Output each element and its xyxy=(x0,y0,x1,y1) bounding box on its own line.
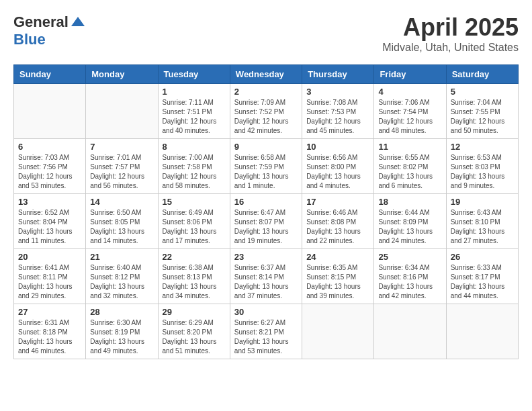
calendar-cell: 19Sunrise: 6:43 AM Sunset: 8:10 PM Dayli… xyxy=(446,194,518,249)
day-number: 13 xyxy=(18,197,81,207)
calendar-cell: 6Sunrise: 7:03 AM Sunset: 7:56 PM Daylig… xyxy=(14,139,86,194)
calendar-cell: 13Sunrise: 6:52 AM Sunset: 8:04 PM Dayli… xyxy=(14,194,86,249)
day-info: Sunrise: 6:33 AM Sunset: 8:17 PM Dayligh… xyxy=(451,263,514,301)
calendar-cell: 14Sunrise: 6:50 AM Sunset: 8:05 PM Dayli… xyxy=(86,194,158,249)
calendar-cell: 16Sunrise: 6:47 AM Sunset: 8:07 PM Dayli… xyxy=(230,194,302,249)
day-number: 18 xyxy=(378,197,441,207)
calendar-week-row: 13Sunrise: 6:52 AM Sunset: 8:04 PM Dayli… xyxy=(14,194,519,249)
day-number: 1 xyxy=(163,87,226,97)
calendar-cell xyxy=(374,304,446,359)
day-number: 24 xyxy=(306,252,369,262)
day-info: Sunrise: 6:41 AM Sunset: 8:11 PM Dayligh… xyxy=(18,263,81,301)
calendar-cell: 18Sunrise: 6:44 AM Sunset: 8:09 PM Dayli… xyxy=(374,194,446,249)
day-number: 10 xyxy=(306,142,369,152)
calendar-cell: 10Sunrise: 6:56 AM Sunset: 8:00 PM Dayli… xyxy=(302,139,374,194)
calendar-week-row: 27Sunrise: 6:31 AM Sunset: 8:18 PM Dayli… xyxy=(14,304,519,359)
day-info: Sunrise: 6:55 AM Sunset: 8:02 PM Dayligh… xyxy=(378,153,441,191)
calendar-cell: 21Sunrise: 6:40 AM Sunset: 8:12 PM Dayli… xyxy=(86,249,158,304)
day-info: Sunrise: 6:38 AM Sunset: 8:13 PM Dayligh… xyxy=(163,263,226,301)
day-info: Sunrise: 6:37 AM Sunset: 8:14 PM Dayligh… xyxy=(234,263,298,301)
weekday-header-monday: Monday xyxy=(86,65,158,84)
day-info: Sunrise: 7:01 AM Sunset: 7:57 PM Dayligh… xyxy=(90,153,153,191)
title-block: April 2025 Midvale, Utah, United States xyxy=(382,13,519,54)
calendar-cell xyxy=(446,304,518,359)
calendar-cell: 17Sunrise: 6:46 AM Sunset: 8:08 PM Dayli… xyxy=(302,194,374,249)
day-number: 30 xyxy=(234,307,298,317)
calendar-cell: 26Sunrise: 6:33 AM Sunset: 8:17 PM Dayli… xyxy=(446,249,518,304)
calendar-cell: 23Sunrise: 6:37 AM Sunset: 8:14 PM Dayli… xyxy=(230,249,302,304)
day-number: 6 xyxy=(18,142,81,152)
location-subtitle: Midvale, Utah, United States xyxy=(382,42,519,54)
calendar-cell: 22Sunrise: 6:38 AM Sunset: 8:13 PM Dayli… xyxy=(158,249,230,304)
day-info: Sunrise: 7:04 AM Sunset: 7:55 PM Dayligh… xyxy=(451,98,514,136)
day-number: 2 xyxy=(234,87,298,97)
day-info: Sunrise: 6:50 AM Sunset: 8:05 PM Dayligh… xyxy=(90,208,153,246)
day-number: 25 xyxy=(378,252,441,262)
day-info: Sunrise: 6:49 AM Sunset: 8:06 PM Dayligh… xyxy=(163,208,226,246)
calendar-cell xyxy=(14,84,86,139)
calendar-cell: 2Sunrise: 7:09 AM Sunset: 7:52 PM Daylig… xyxy=(230,84,302,139)
calendar-table: SundayMondayTuesdayWednesdayThursdayFrid… xyxy=(13,64,519,359)
day-number: 5 xyxy=(451,87,514,97)
day-info: Sunrise: 6:44 AM Sunset: 8:09 PM Dayligh… xyxy=(378,208,441,246)
day-info: Sunrise: 6:31 AM Sunset: 8:18 PM Dayligh… xyxy=(18,318,81,356)
day-number: 28 xyxy=(90,307,153,317)
calendar-cell: 1Sunrise: 7:11 AM Sunset: 7:51 PM Daylig… xyxy=(158,84,230,139)
day-info: Sunrise: 7:09 AM Sunset: 7:52 PM Dayligh… xyxy=(234,98,298,136)
day-info: Sunrise: 7:00 AM Sunset: 7:58 PM Dayligh… xyxy=(163,153,226,191)
day-number: 11 xyxy=(378,142,441,152)
calendar-week-row: 1Sunrise: 7:11 AM Sunset: 7:51 PM Daylig… xyxy=(14,84,519,139)
calendar-week-row: 6Sunrise: 7:03 AM Sunset: 7:56 PM Daylig… xyxy=(14,139,519,194)
weekday-header-tuesday: Tuesday xyxy=(158,65,230,84)
day-number: 12 xyxy=(451,142,514,152)
calendar-cell: 4Sunrise: 7:06 AM Sunset: 7:54 PM Daylig… xyxy=(374,84,446,139)
day-info: Sunrise: 7:08 AM Sunset: 7:53 PM Dayligh… xyxy=(306,98,369,136)
day-number: 16 xyxy=(234,197,298,207)
logo-icon xyxy=(70,14,86,30)
day-info: Sunrise: 6:53 AM Sunset: 8:03 PM Dayligh… xyxy=(451,153,514,191)
calendar-cell xyxy=(302,304,374,359)
weekday-header-sunday: Sunday xyxy=(14,65,86,84)
day-info: Sunrise: 6:35 AM Sunset: 8:15 PM Dayligh… xyxy=(306,263,369,301)
day-number: 21 xyxy=(90,252,153,262)
day-number: 27 xyxy=(18,307,81,317)
day-number: 20 xyxy=(18,252,81,262)
calendar-cell: 28Sunrise: 6:30 AM Sunset: 8:19 PM Dayli… xyxy=(86,304,158,359)
calendar-cell: 27Sunrise: 6:31 AM Sunset: 8:18 PM Dayli… xyxy=(14,304,86,359)
weekday-header-wednesday: Wednesday xyxy=(230,65,302,84)
day-number: 23 xyxy=(234,252,298,262)
day-number: 29 xyxy=(163,307,226,317)
day-info: Sunrise: 7:11 AM Sunset: 7:51 PM Dayligh… xyxy=(163,98,226,136)
day-number: 8 xyxy=(163,142,226,152)
calendar-cell: 11Sunrise: 6:55 AM Sunset: 8:02 PM Dayli… xyxy=(374,139,446,194)
day-info: Sunrise: 6:52 AM Sunset: 8:04 PM Dayligh… xyxy=(18,208,81,246)
calendar-cell: 3Sunrise: 7:08 AM Sunset: 7:53 PM Daylig… xyxy=(302,84,374,139)
day-info: Sunrise: 6:43 AM Sunset: 8:10 PM Dayligh… xyxy=(451,208,514,246)
weekday-header-thursday: Thursday xyxy=(302,65,374,84)
calendar-cell: 5Sunrise: 7:04 AM Sunset: 7:55 PM Daylig… xyxy=(446,84,518,139)
calendar-cell: 15Sunrise: 6:49 AM Sunset: 8:06 PM Dayli… xyxy=(158,194,230,249)
day-info: Sunrise: 6:40 AM Sunset: 8:12 PM Dayligh… xyxy=(90,263,153,301)
day-info: Sunrise: 6:29 AM Sunset: 8:20 PM Dayligh… xyxy=(163,318,226,356)
calendar-cell: 20Sunrise: 6:41 AM Sunset: 8:11 PM Dayli… xyxy=(14,249,86,304)
calendar-cell xyxy=(86,84,158,139)
calendar-week-row: 20Sunrise: 6:41 AM Sunset: 8:11 PM Dayli… xyxy=(14,249,519,304)
svg-marker-0 xyxy=(71,17,85,26)
day-number: 7 xyxy=(90,142,153,152)
day-number: 17 xyxy=(306,197,369,207)
calendar-cell: 9Sunrise: 6:58 AM Sunset: 7:59 PM Daylig… xyxy=(230,139,302,194)
day-number: 22 xyxy=(163,252,226,262)
day-info: Sunrise: 6:56 AM Sunset: 8:00 PM Dayligh… xyxy=(306,153,369,191)
logo: General Blue xyxy=(13,13,86,48)
day-info: Sunrise: 6:58 AM Sunset: 7:59 PM Dayligh… xyxy=(234,153,298,191)
calendar-cell: 29Sunrise: 6:29 AM Sunset: 8:20 PM Dayli… xyxy=(158,304,230,359)
day-number: 9 xyxy=(234,142,298,152)
day-number: 19 xyxy=(451,197,514,207)
calendar-cell: 24Sunrise: 6:35 AM Sunset: 8:15 PM Dayli… xyxy=(302,249,374,304)
weekday-header-friday: Friday xyxy=(374,65,446,84)
calendar-header-row: SundayMondayTuesdayWednesdayThursdayFrid… xyxy=(14,65,519,84)
day-info: Sunrise: 6:47 AM Sunset: 8:07 PM Dayligh… xyxy=(234,208,298,246)
month-title: April 2025 xyxy=(382,13,519,42)
day-info: Sunrise: 7:06 AM Sunset: 7:54 PM Dayligh… xyxy=(378,98,441,136)
day-number: 3 xyxy=(306,87,369,97)
